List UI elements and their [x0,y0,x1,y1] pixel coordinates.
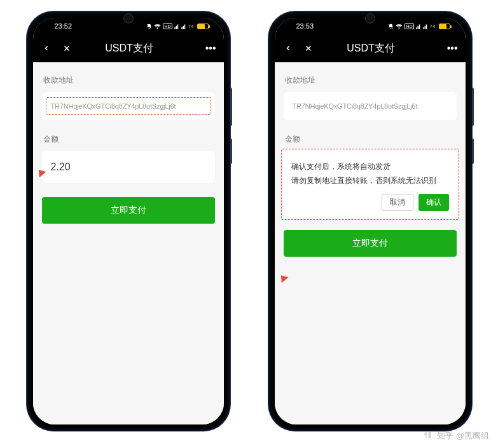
battery-percent: 74 [188,24,194,29]
address-value: TR7NHqjeKQxGTCi8q8ZY4pL8otSzgjLj6t [51,102,206,110]
address-card[interactable]: TR7NHqjeKQxGTCi8q8ZY4pL8otSzgjLj6t [284,92,457,120]
battery-icon [197,24,209,29]
svg-rect-12 [418,24,420,29]
address-card[interactable]: TR7NHqjeKQxGTCi8q8ZY4pL8otSzgjLj6t [42,92,215,120]
pay-button[interactable]: 立即支付 [284,230,457,257]
hd-icon: HD [163,24,172,29]
amount-label: 金额 [43,134,215,145]
screen-left: 23:52 HD 74 USDT支付 [33,18,224,424]
amount-value: 2.20 [51,161,206,173]
phone-side-button [472,88,474,126]
phone-side-button [230,88,232,126]
confirm-dialog: 确认支付后，系统将自动发货 请勿复制地址直接转账，否则系统无法识别 取消 确认 [284,151,457,217]
battery-icon [439,24,450,29]
screen-right: 23:53 HD 74 USDT支付 [275,18,466,424]
svg-rect-4 [181,27,183,29]
svg-rect-5 [183,25,184,29]
signal-icon [416,24,421,29]
svg-rect-2 [176,25,177,29]
address-label: 收款地址 [43,75,215,86]
address-label: 收款地址 [285,75,457,86]
zhihu-icon [423,431,433,441]
hd-icon: HD [405,24,413,29]
page-title: USDT支付 [62,42,197,55]
mute-icon [146,24,152,29]
svg-rect-1 [174,27,176,29]
svg-rect-11 [417,25,418,29]
more-button[interactable]: ••• [205,43,216,54]
chevron-left-icon [43,44,50,52]
status-icons: HD 74 [146,24,208,29]
dialog-text-line1: 确认支付后，系统将自动发货 [291,160,449,174]
signal-icon [423,24,428,29]
dialog-actions: 取消 确认 [291,194,449,211]
status-time: 23:52 [55,22,73,30]
phone-right: 23:53 HD 74 USDT支付 [268,11,472,431]
cancel-button[interactable]: 取消 [382,194,413,211]
amount-label: 金额 [285,134,457,145]
status-bar: 23:53 HD 74 [275,18,466,34]
svg-rect-13 [423,27,424,29]
page-title: USDT支付 [304,42,438,55]
chevron-left-icon [284,44,292,52]
address-value: TR7NHqjeKQxGTCi8q8ZY4pL8otSzgjLj6t [293,102,448,110]
title-bar: USDT支付 ••• [33,34,224,62]
battery-percent: 74 [430,24,436,29]
phone-side-button [472,139,474,164]
svg-rect-15 [425,24,427,29]
mute-icon [388,24,394,29]
highlight-arrow-icon [277,273,288,283]
back-button[interactable] [282,43,294,54]
svg-rect-3 [177,24,178,29]
amount-card: 2.20 [42,151,215,183]
more-button[interactable]: ••• [447,43,458,54]
title-bar: USDT支付 ••• [275,34,466,62]
phone-left: 23:52 HD 74 USDT支付 [27,11,230,431]
svg-rect-10 [416,27,417,29]
wifi-icon [396,24,403,29]
signal-icon [174,24,179,29]
wifi-icon [154,24,161,29]
status-bar: 23:52 HD 74 [33,18,224,34]
phone-side-button [230,139,232,164]
content-area: 收款地址 TR7NHqjeKQxGTCi8q8ZY4pL8otSzgjLj6t … [33,62,224,424]
dialog-text-line2: 请勿复制地址直接转账，否则系统无法识别 [291,174,449,188]
confirm-button[interactable]: 确认 [418,194,449,211]
signal-icon [181,24,186,29]
svg-rect-14 [424,25,425,29]
status-time: 23:53 [296,22,314,30]
watermark: 知乎 @黑鹰组 [423,430,489,442]
watermark-text: 知乎 @黑鹰组 [437,430,489,442]
pay-button[interactable]: 立即支付 [42,197,215,224]
status-icons: HD 74 [388,24,450,29]
content-area: 收款地址 TR7NHqjeKQxGTCi8q8ZY4pL8otSzgjLj6t … [275,62,466,424]
svg-rect-6 [184,24,185,29]
back-button[interactable] [41,43,52,54]
